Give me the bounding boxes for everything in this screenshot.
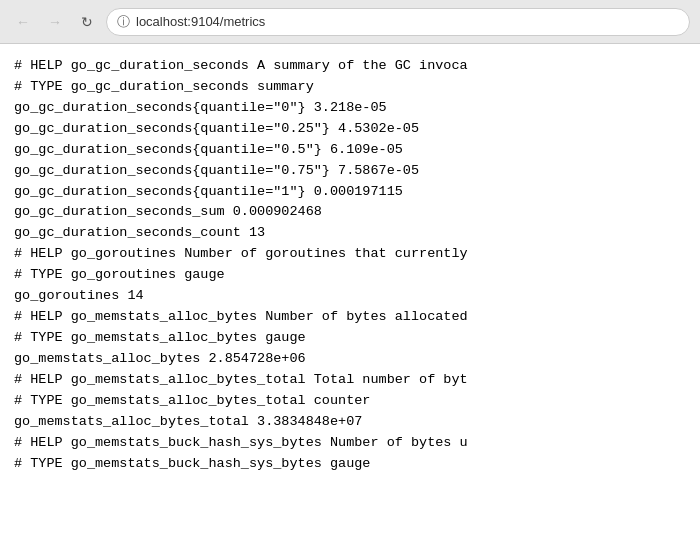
browser-toolbar: ← → ↻ ⓘ localhost:9104/metrics xyxy=(0,0,700,44)
metrics-line: go_memstats_alloc_bytes 2.854728e+06 xyxy=(14,349,686,370)
info-icon: ⓘ xyxy=(117,13,130,31)
metrics-line: # TYPE go_gc_duration_seconds summary xyxy=(14,77,686,98)
back-icon: ← xyxy=(16,14,30,30)
forward-button[interactable]: → xyxy=(42,9,68,35)
refresh-icon: ↻ xyxy=(81,14,93,30)
metrics-content: # HELP go_gc_duration_seconds A summary … xyxy=(0,44,700,544)
metrics-line: go_memstats_alloc_bytes_total 3.3834848e… xyxy=(14,412,686,433)
metrics-line: go_gc_duration_seconds_count 13 xyxy=(14,223,686,244)
metrics-line: # HELP go_memstats_alloc_bytes Number of… xyxy=(14,307,686,328)
metrics-line: go_gc_duration_seconds{quantile="0"} 3.2… xyxy=(14,98,686,119)
metrics-line: # HELP go_goroutines Number of goroutine… xyxy=(14,244,686,265)
back-button[interactable]: ← xyxy=(10,9,36,35)
address-bar[interactable]: ⓘ localhost:9104/metrics xyxy=(106,8,690,36)
metrics-line: # TYPE go_memstats_alloc_bytes_total cou… xyxy=(14,391,686,412)
forward-icon: → xyxy=(48,14,62,30)
metrics-line: go_gc_duration_seconds_sum 0.000902468 xyxy=(14,202,686,223)
metrics-line: # TYPE go_memstats_buck_hash_sys_bytes g… xyxy=(14,454,686,475)
metrics-line: # TYPE go_memstats_alloc_bytes gauge xyxy=(14,328,686,349)
metrics-line: # HELP go_memstats_alloc_bytes_total Tot… xyxy=(14,370,686,391)
metrics-line: # HELP go_gc_duration_seconds A summary … xyxy=(14,56,686,77)
metrics-line: go_gc_duration_seconds{quantile="0.75"} … xyxy=(14,161,686,182)
metrics-line: go_gc_duration_seconds{quantile="1"} 0.0… xyxy=(14,182,686,203)
metrics-line: go_goroutines 14 xyxy=(14,286,686,307)
url-text: localhost:9104/metrics xyxy=(136,14,265,29)
metrics-line: # TYPE go_goroutines gauge xyxy=(14,265,686,286)
refresh-button[interactable]: ↻ xyxy=(74,9,100,35)
metrics-line: go_gc_duration_seconds{quantile="0.5"} 6… xyxy=(14,140,686,161)
metrics-line: # HELP go_memstats_buck_hash_sys_bytes N… xyxy=(14,433,686,454)
metrics-line: go_gc_duration_seconds{quantile="0.25"} … xyxy=(14,119,686,140)
